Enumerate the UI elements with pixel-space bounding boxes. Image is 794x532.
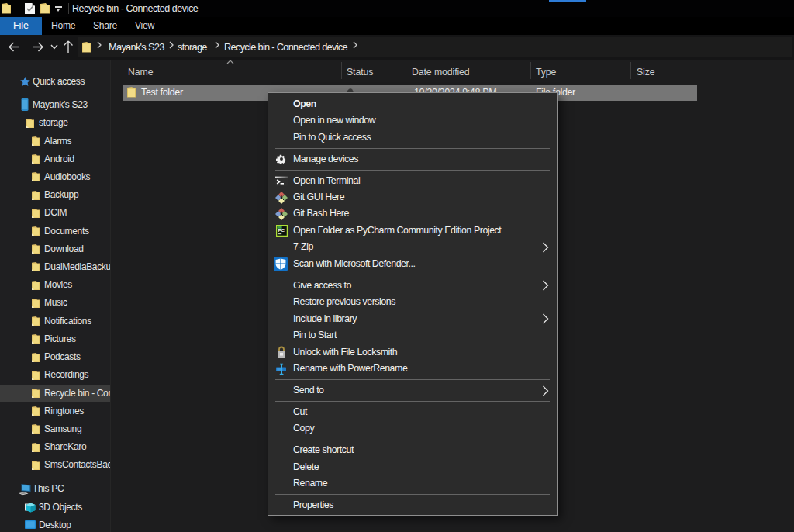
- svg-text:PC: PC: [278, 228, 285, 233]
